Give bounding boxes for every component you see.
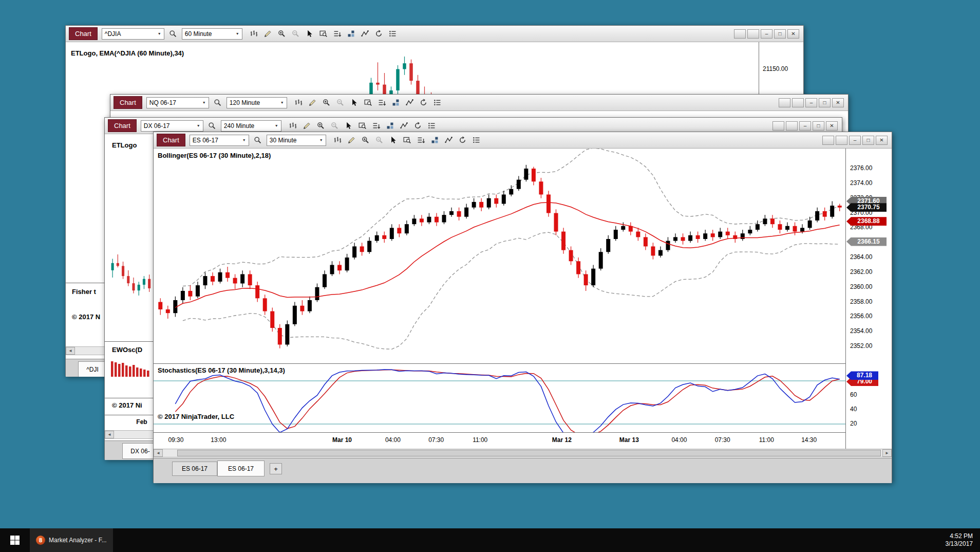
main-chart-canvas[interactable] <box>154 149 845 363</box>
maximize-button[interactable]: □ <box>862 136 874 145</box>
close-button[interactable]: ✕ <box>787 29 799 39</box>
pointer-icon[interactable] <box>348 97 361 108</box>
trend-channel-icon[interactable] <box>443 134 455 146</box>
properties-icon[interactable] <box>426 120 438 132</box>
instrument-selector[interactable]: ES 06-17 ▼ <box>190 135 249 146</box>
float-button[interactable] <box>836 136 847 145</box>
stochastics-canvas[interactable] <box>154 365 845 432</box>
reload-icon[interactable] <box>457 134 469 146</box>
chart-menu-button[interactable]: Chart <box>114 96 142 109</box>
interval-selector[interactable]: 30 Minute ▼ <box>267 135 326 146</box>
chart-style-icon[interactable] <box>248 28 260 40</box>
pointer-icon[interactable] <box>387 134 400 146</box>
interval-selector[interactable]: 60 Minute ▼ <box>182 28 242 40</box>
instrument-selector[interactable]: DX 06-17 ▼ <box>141 120 203 132</box>
chart-menu-button[interactable]: Chart <box>69 27 98 40</box>
reload-icon[interactable] <box>418 97 430 108</box>
pointer-icon[interactable] <box>304 28 316 40</box>
zoom-out-icon[interactable] <box>373 134 386 146</box>
trend-channel-icon[interactable] <box>398 120 410 132</box>
drawing-tools-icon[interactable] <box>307 97 319 108</box>
strategies-icon[interactable] <box>384 120 397 132</box>
interval-selector[interactable]: 240 Minute ▼ <box>221 120 281 132</box>
chart-tab[interactable]: ES 06-17 <box>172 462 217 476</box>
search-icon[interactable] <box>206 120 218 132</box>
start-button[interactable] <box>0 528 30 552</box>
chart-menu-button[interactable]: Chart <box>108 119 137 132</box>
zoom-out-icon[interactable] <box>334 97 347 108</box>
price-axis[interactable]: 2376.002374.002372.002370.002368.002366.… <box>846 149 892 449</box>
indicators-icon[interactable] <box>331 28 344 40</box>
maximize-button[interactable]: □ <box>774 29 786 39</box>
drawing-tools-icon[interactable] <box>301 120 313 132</box>
tab-group-button[interactable] <box>822 136 834 145</box>
close-button[interactable]: ✕ <box>876 136 888 145</box>
tab-group-button[interactable] <box>734 29 746 39</box>
taskbar-app-market-analyzer[interactable]: 8 Market Analyzer - F... <box>30 528 113 552</box>
trend-channel-icon[interactable] <box>359 28 371 40</box>
chart-style-icon[interactable] <box>332 134 344 146</box>
pointer-icon[interactable] <box>343 120 355 132</box>
minimize-button[interactable]: – <box>805 98 817 107</box>
maximize-button[interactable]: □ <box>813 121 824 131</box>
chart-style-icon[interactable] <box>287 120 299 132</box>
zoom-out-icon[interactable] <box>290 28 302 40</box>
drawing-tools-icon[interactable] <box>346 134 358 146</box>
properties-icon[interactable] <box>431 97 444 108</box>
trend-channel-icon[interactable] <box>404 97 416 108</box>
add-tab-button[interactable]: + <box>270 463 282 474</box>
search-icon[interactable] <box>252 134 264 146</box>
float-button[interactable] <box>786 121 798 131</box>
instrument-selector[interactable]: NQ 06-17 ▼ <box>146 97 209 108</box>
scrollbar-thumb[interactable] <box>177 450 881 456</box>
chart-tab[interactable]: ES 06-17 <box>217 461 265 476</box>
indicators-icon[interactable] <box>376 97 388 108</box>
interval-selector[interactable]: 120 Minute ▼ <box>227 97 287 108</box>
minimize-button[interactable]: – <box>799 121 811 131</box>
scroll-left-button[interactable]: ◄ <box>154 449 163 457</box>
zoom-in-icon[interactable] <box>321 97 333 108</box>
chart-tab[interactable]: ^DJI <box>78 361 107 377</box>
zoom-in-icon[interactable] <box>315 120 327 132</box>
indicators-icon[interactable] <box>370 120 383 132</box>
reload-icon[interactable] <box>412 120 424 132</box>
zoom-window-icon[interactable] <box>401 134 413 146</box>
properties-icon[interactable] <box>470 134 483 146</box>
chart-style-icon[interactable] <box>293 97 305 108</box>
taskbar-clock[interactable]: 4:52 PM 3/13/2017 <box>946 532 980 548</box>
properties-icon[interactable] <box>387 28 399 40</box>
zoom-out-icon[interactable] <box>329 120 341 132</box>
scroll-left-button[interactable]: ◄ <box>105 431 114 438</box>
zoom-in-icon[interactable] <box>360 134 372 146</box>
drawing-tools-icon[interactable] <box>262 28 274 40</box>
scroll-left-button[interactable]: ◄ <box>66 347 75 355</box>
chart-area-es[interactable]: Bollinger(ES 06-17 (30 Minute),2,18) Sto… <box>154 149 892 483</box>
titlebar-djia[interactable]: Chart ^DJIA ▼ 60 Minute ▼ –□✕ <box>66 26 803 42</box>
horizontal-scrollbar[interactable]: ◄ ► <box>154 449 892 457</box>
titlebar-es[interactable]: Chart ES 06-17 ▼ 30 Minute ▼ –□✕ <box>154 132 892 149</box>
tab-group-button[interactable] <box>779 98 790 107</box>
close-button[interactable]: ✕ <box>826 121 838 131</box>
maximize-button[interactable]: □ <box>819 98 831 107</box>
instrument-selector[interactable]: ^DJIA ▼ <box>102 28 164 40</box>
scroll-right-button[interactable]: ► <box>882 449 892 457</box>
float-button[interactable] <box>747 29 759 39</box>
zoom-window-icon[interactable] <box>362 97 374 108</box>
titlebar-nq[interactable]: Chart NQ 06-17 ▼ 120 Minute ▼ –□✕ <box>110 95 848 111</box>
chart-menu-button[interactable]: Chart <box>157 134 185 146</box>
search-icon[interactable] <box>167 28 179 40</box>
zoom-in-icon[interactable] <box>276 28 288 40</box>
tab-group-button[interactable] <box>772 121 784 131</box>
strategies-icon[interactable] <box>429 134 441 146</box>
strategies-icon[interactable] <box>390 97 402 108</box>
float-button[interactable] <box>792 98 804 107</box>
reload-icon[interactable] <box>373 28 385 40</box>
indicators-icon[interactable] <box>415 134 427 146</box>
minimize-button[interactable]: – <box>849 136 861 145</box>
zoom-window-icon[interactable] <box>317 28 330 40</box>
close-button[interactable]: ✕ <box>832 98 844 107</box>
search-icon[interactable] <box>212 97 224 108</box>
zoom-window-icon[interactable] <box>356 120 369 132</box>
minimize-button[interactable]: – <box>761 29 772 39</box>
strategies-icon[interactable] <box>345 28 357 40</box>
